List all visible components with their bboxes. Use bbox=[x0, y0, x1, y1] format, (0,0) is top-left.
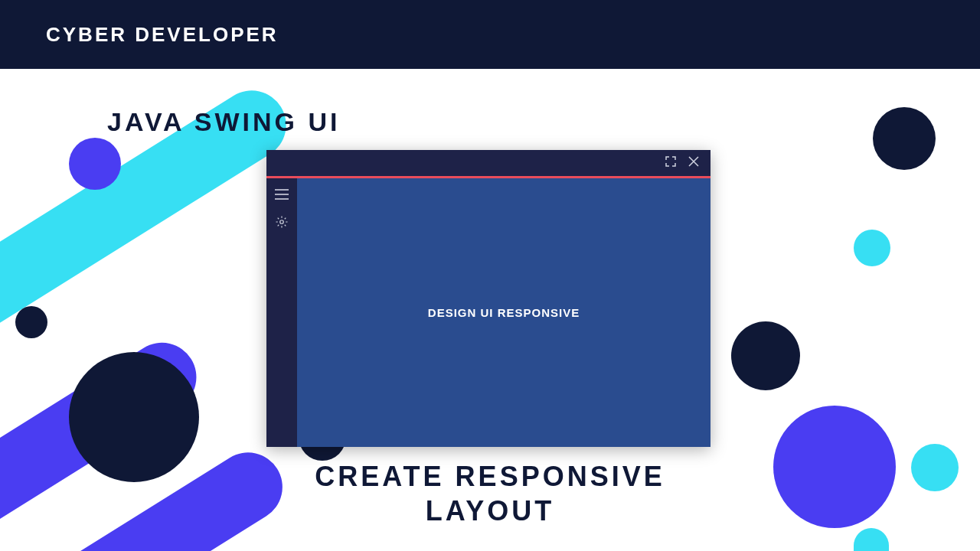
window-body: DESIGN UI RESPONSIVE bbox=[266, 178, 710, 447]
content-area: DESIGN UI RESPONSIVE bbox=[297, 178, 710, 447]
app-window: DESIGN UI RESPONSIVE bbox=[266, 150, 710, 447]
decor-circle bbox=[69, 138, 121, 190]
close-button[interactable] bbox=[688, 155, 700, 171]
bottom-title-line2: LAYOUT bbox=[0, 494, 980, 528]
header-title: CYBER DEVELOPER bbox=[46, 23, 279, 47]
gear-icon bbox=[275, 215, 289, 229]
maximize-icon bbox=[665, 155, 677, 168]
decor-circle bbox=[854, 528, 889, 551]
content-text: DESIGN UI RESPONSIVE bbox=[428, 306, 580, 319]
header-bar: CYBER DEVELOPER bbox=[0, 0, 980, 69]
close-icon bbox=[688, 155, 700, 168]
decor-circle bbox=[15, 306, 47, 338]
subtitle: JAVA SWING UI bbox=[107, 107, 341, 137]
decor-circle bbox=[873, 107, 936, 170]
sidebar bbox=[266, 178, 297, 447]
bottom-title-line1: CREATE RESPONSIVE bbox=[0, 459, 980, 494]
svg-point-3 bbox=[280, 220, 284, 224]
bottom-title: CREATE RESPONSIVE LAYOUT bbox=[0, 459, 980, 528]
settings-button[interactable] bbox=[273, 214, 290, 230]
decor-circle bbox=[731, 321, 800, 390]
menu-button[interactable] bbox=[273, 186, 290, 203]
titlebar bbox=[266, 150, 710, 176]
maximize-button[interactable] bbox=[665, 155, 677, 171]
hamburger-icon bbox=[274, 188, 289, 201]
decor-circle bbox=[854, 230, 890, 266]
